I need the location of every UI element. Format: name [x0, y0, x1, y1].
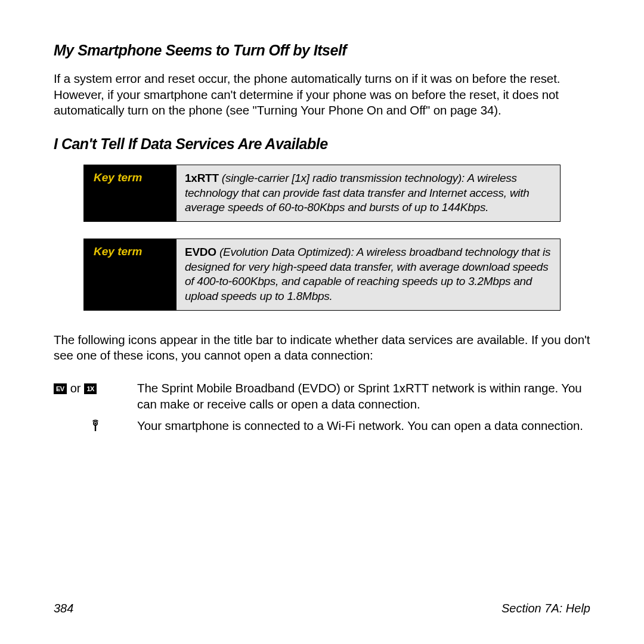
keyterm-label: Key term: [84, 239, 177, 310]
onex-icon: 1X: [84, 383, 96, 394]
keyterm-box-1xrtt: Key term 1xRTT (single-carrier [1x] radi…: [83, 165, 561, 222]
page-number: 384: [54, 602, 73, 615]
keyterm-bold-1xrtt: 1xRTT: [185, 172, 219, 184]
icon-row-wifi: Your smartphone is connected to a Wi-Fi …: [54, 418, 590, 434]
svg-rect-2: [95, 425, 96, 431]
icon-desc-network: The Sprint Mobile Broadband (EVDO) or Sp…: [137, 380, 590, 412]
icon-desc-wifi: Your smartphone is connected to a Wi-Fi …: [137, 418, 590, 434]
icon-cell-network: EV or 1X: [54, 380, 137, 395]
heading-data-services: I Can't Tell If Data Services Are Availa…: [54, 135, 590, 153]
keyterm-box-evdo: Key term EVDO (Evolution Data Optimized)…: [83, 239, 561, 311]
svg-point-1: [94, 423, 96, 425]
heading-turn-off: My Smartphone Seems to Turn Off by Itsel…: [54, 42, 590, 59]
keyterm-body-evdo: EVDO (Evolution Data Optimized): A wirel…: [177, 239, 560, 310]
paragraph-icons-intro: The following icons appear in the title …: [54, 332, 590, 364]
keyterm-body-1xrtt: 1xRTT (single-carrier [1x] radio transmi…: [177, 165, 560, 221]
wifi-icon: [91, 419, 100, 432]
keyterm-text-1xrtt: (single-carrier [1x] radio transmission …: [185, 172, 530, 213]
icon-row-network: EV or 1X The Sprint Mobile Broadband (EV…: [54, 380, 590, 412]
paragraph-turn-off: If a system error and reset occur, the p…: [54, 71, 590, 119]
keyterm-label: Key term: [84, 165, 177, 221]
ev-icon-label: EV: [56, 385, 64, 392]
keyterm-text-evdo: (Evolution Data Optimized): A wireless b…: [185, 246, 550, 302]
page-footer: 384 Section 7A: Help: [54, 602, 590, 615]
keyterm-bold-evdo: EVDO: [185, 246, 216, 258]
section-label: Section 7A: Help: [501, 602, 590, 615]
ev-icon: EV: [54, 383, 67, 394]
or-text: or: [70, 382, 81, 395]
icon-cell-wifi: [54, 418, 137, 432]
onex-icon-label: 1X: [86, 385, 94, 392]
